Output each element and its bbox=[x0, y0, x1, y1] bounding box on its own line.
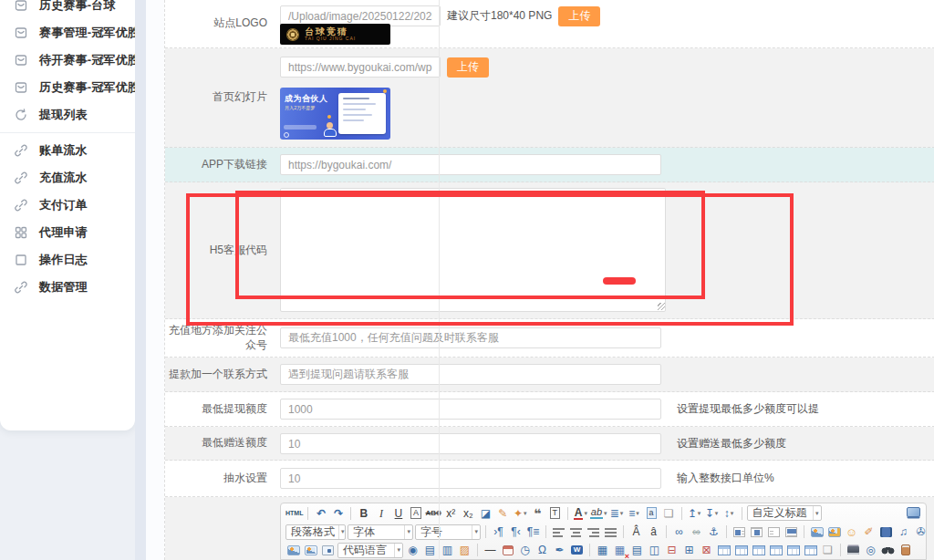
sidebar-item[interactable]: 待开赛事-冠军优胜猜 bbox=[0, 47, 135, 74]
attachment-icon[interactable]: ✇ bbox=[913, 524, 927, 540]
sidebar-item[interactable]: 账单流水 bbox=[0, 137, 135, 164]
delete-table-icon[interactable]: ▦ bbox=[612, 543, 628, 558]
eraser-icon[interactable]: ◪ bbox=[478, 505, 493, 521]
rake-input[interactable] bbox=[280, 468, 661, 489]
image-left-icon[interactable] bbox=[732, 524, 747, 540]
table-style6-icon[interactable] bbox=[803, 543, 818, 558]
table-style2-icon[interactable] bbox=[733, 543, 749, 558]
video-icon[interactable] bbox=[878, 524, 894, 540]
align-left-icon[interactable] bbox=[551, 524, 566, 540]
image-block-icon[interactable] bbox=[784, 524, 799, 540]
time-icon[interactable]: ◷ bbox=[517, 543, 533, 558]
sidebar-item[interactable]: 充值流水 bbox=[0, 164, 135, 192]
undo-icon[interactable]: ↶ bbox=[313, 505, 328, 521]
dir-rtl-icon[interactable]: ¶‹ bbox=[508, 524, 524, 540]
music-icon[interactable]: ♫ bbox=[896, 524, 911, 540]
fullscreen-icon[interactable] bbox=[906, 505, 921, 521]
print-icon[interactable] bbox=[846, 543, 861, 558]
logo-upload-button[interactable]: 上传 bbox=[558, 6, 600, 26]
pagebreak-icon[interactable]: ▤ bbox=[422, 543, 438, 558]
ordered-list-icon[interactable]: ≣▾ bbox=[609, 505, 625, 521]
auto-typeset-icon[interactable]: ✦▾ bbox=[513, 505, 528, 521]
paragraph-format-select[interactable]: 段落格式▾ bbox=[285, 524, 346, 540]
min-withdraw-input[interactable] bbox=[280, 399, 661, 420]
image-center-icon[interactable] bbox=[749, 524, 764, 540]
subscript-icon[interactable]: x₂ bbox=[461, 505, 476, 521]
image-manager-icon[interactable] bbox=[826, 524, 842, 540]
sidebar-item[interactable]: 历史赛事-台球 bbox=[0, 0, 135, 19]
redo-icon[interactable]: ↷ bbox=[330, 505, 346, 521]
link-icon[interactable]: ∞ bbox=[671, 524, 687, 540]
snapscreen-icon[interactable] bbox=[303, 543, 318, 558]
heading-style-select[interactable]: 自定义标题▾ bbox=[747, 505, 822, 521]
insert-table-icon[interactable]: ▦ bbox=[595, 543, 610, 558]
spacing-top-icon[interactable]: ↥▾ bbox=[687, 505, 702, 521]
html-source-button[interactable]: HTML bbox=[285, 505, 303, 521]
align-right-icon[interactable] bbox=[586, 524, 601, 540]
table-style5-icon[interactable] bbox=[785, 543, 801, 558]
inline-code-icon[interactable]: a bbox=[644, 505, 659, 521]
highlight-color-icon[interactable]: ab▾ bbox=[590, 505, 607, 521]
font-family-select[interactable]: 字体▾ bbox=[348, 524, 413, 540]
delete-row-icon[interactable]: ⊟ bbox=[664, 543, 680, 558]
insert-image-icon[interactable] bbox=[809, 524, 825, 540]
slider-url-input[interactable] bbox=[280, 57, 441, 78]
sidebar-item[interactable]: 提现列表 bbox=[0, 101, 135, 129]
recharge-note-input[interactable] bbox=[280, 327, 661, 348]
new-page-icon[interactable]: ❏ bbox=[661, 505, 677, 521]
preview-icon[interactable]: ◎ bbox=[863, 543, 878, 558]
dir-ltr-icon[interactable]: ›¶ bbox=[491, 524, 506, 540]
blockquote-icon[interactable]: ❝ bbox=[530, 505, 545, 521]
spacing-bottom-icon[interactable]: ↧▾ bbox=[704, 505, 720, 521]
chart-image-icon[interactable] bbox=[285, 543, 301, 558]
italic-icon[interactable]: I bbox=[373, 505, 389, 521]
unlink-icon[interactable]: ∞ bbox=[689, 524, 704, 540]
sidebar-item[interactable]: 支付订单 bbox=[0, 192, 135, 219]
format-painter-icon[interactable]: ✎ bbox=[495, 505, 511, 521]
sidebar-scrollbar[interactable] bbox=[135, 0, 146, 560]
find-replace-icon[interactable] bbox=[880, 543, 896, 558]
clear-doc-icon[interactable]: ❏ bbox=[820, 543, 835, 558]
code-language-select[interactable]: 代码语言▾ bbox=[337, 543, 403, 558]
insert-frame-icon[interactable] bbox=[320, 543, 336, 558]
paste-word-icon[interactable]: T bbox=[547, 505, 563, 521]
merge-cells-icon[interactable]: ◫ bbox=[647, 543, 662, 558]
sidebar-item[interactable]: 代理申请 bbox=[0, 219, 135, 246]
sidebar-item[interactable]: 赛事管理-冠军优胜猜 bbox=[0, 19, 135, 47]
emoji-icon[interactable]: ☺ bbox=[844, 524, 859, 540]
indent-icon[interactable]: ¶≡ bbox=[525, 524, 541, 540]
template-icon[interactable]: ▨ bbox=[457, 543, 472, 558]
table-style1-icon[interactable] bbox=[716, 543, 732, 558]
bold-icon[interactable]: B bbox=[356, 505, 371, 521]
anchor-icon[interactable]: ⚓ bbox=[706, 524, 721, 540]
date-icon[interactable] bbox=[500, 543, 515, 558]
insert-col-icon[interactable]: ⊞ bbox=[681, 543, 697, 558]
align-justify-icon[interactable] bbox=[603, 524, 618, 540]
table-header-icon[interactable]: ▤ bbox=[629, 543, 645, 558]
superscript-icon[interactable]: x² bbox=[443, 505, 459, 521]
font-color-icon[interactable]: A▾ bbox=[573, 505, 588, 521]
scrawl-icon[interactable]: ✐ bbox=[861, 524, 877, 540]
font-size-select[interactable]: 字号▾ bbox=[415, 524, 481, 540]
paste-icon[interactable] bbox=[898, 543, 913, 558]
underline-icon[interactable]: U bbox=[390, 505, 406, 521]
align-center-icon[interactable] bbox=[568, 524, 584, 540]
columns-icon[interactable]: ▥ bbox=[440, 543, 455, 558]
font-border-icon[interactable]: A bbox=[408, 505, 423, 521]
signature-icon[interactable]: ✒ bbox=[552, 543, 567, 558]
uppercase-icon[interactable]: Â bbox=[628, 524, 644, 540]
special-char-icon[interactable]: Ω bbox=[534, 543, 550, 558]
sidebar-item[interactable]: 历史赛事-冠军优胜猜 bbox=[0, 74, 135, 101]
horizontal-rule-icon[interactable]: — bbox=[483, 543, 498, 558]
sidebar-item[interactable]: 操作日志 bbox=[0, 246, 135, 274]
table-style4-icon[interactable] bbox=[768, 543, 784, 558]
withdraw-contact-input[interactable] bbox=[280, 364, 661, 385]
sidebar-item[interactable]: 数据管理 bbox=[0, 274, 135, 301]
line-height-icon[interactable]: ↕▾ bbox=[721, 505, 737, 521]
lowercase-icon[interactable]: â bbox=[646, 524, 661, 540]
slider-upload-button[interactable]: 上传 bbox=[447, 57, 489, 78]
split-cell-icon[interactable]: ⊠ bbox=[699, 543, 714, 558]
unordered-list-icon[interactable]: ≡▾ bbox=[627, 505, 642, 521]
map-icon[interactable]: ◉ bbox=[405, 543, 420, 558]
word-image-icon[interactable]: W bbox=[569, 543, 585, 558]
